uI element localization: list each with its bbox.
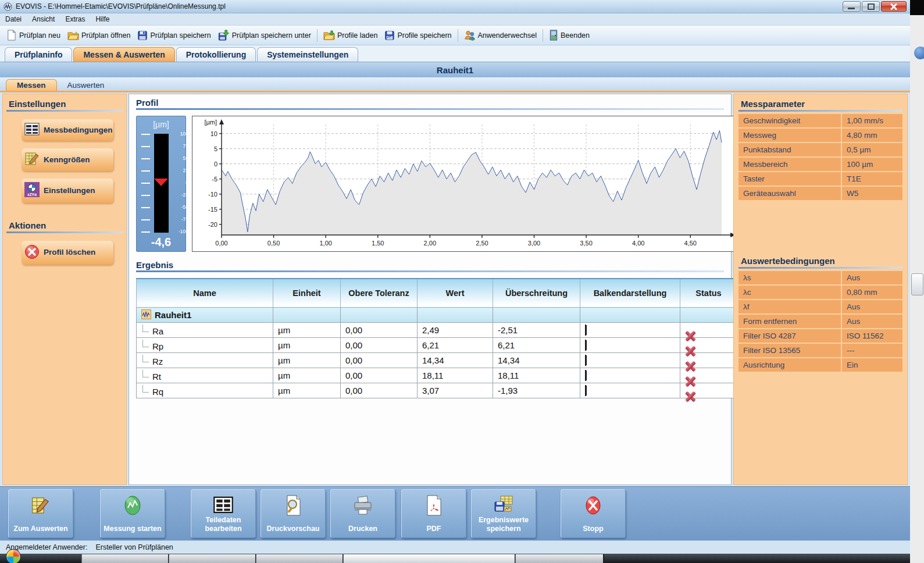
pruefplan-speichern-unter-button[interactable]: Prüfplan speichern unter: [215, 28, 315, 42]
tab-messen-auswerten[interactable]: Messen & Auswerten: [73, 47, 174, 62]
gauge-tick: [141, 183, 150, 184]
param-value: T1E: [842, 172, 902, 186]
svg-text:0: 0: [214, 161, 217, 168]
auswertebedingung-row: Ausrichtung Ein: [739, 358, 902, 372]
messung-starten-button[interactable]: Messung starten: [100, 489, 165, 538]
result-row-Ra[interactable]: Ra µm 0,00 2,49 -2,51: [137, 323, 737, 338]
pruefplan-speichern-button[interactable]: Prüfplan speichern: [134, 28, 214, 42]
taskbar-button[interactable]: [515, 554, 604, 563]
result-row-Rt[interactable]: Rt µm 0,00 18,11 18,11: [137, 368, 737, 383]
svg-text:-20: -20: [208, 221, 217, 228]
param-unit: µm: [273, 383, 341, 398]
profile-laden-button[interactable]: Profile laden: [320, 28, 381, 42]
window-title: EVOVIS - E:\Hommel-Etamic\EVOVIS\Prüfplä…: [16, 2, 841, 10]
profil-loeschen-button[interactable]: Profil löschen: [22, 241, 113, 265]
position-gauge: [µm] 1007550250-25-50-75-100 -4,6: [136, 116, 186, 252]
param-label: Messweg: [739, 129, 841, 142]
save-profile-icon: [384, 30, 395, 41]
result-row-Rp[interactable]: Rp µm 0,00 6,21 6,21: [137, 338, 737, 353]
param-ueberschreitung: -2,51: [493, 323, 580, 338]
menu-datei[interactable]: Datei: [0, 14, 27, 24]
vertical-scrollbar-thumb[interactable]: [911, 273, 923, 295]
print-preview-icon: [284, 493, 302, 518]
param-ueberschreitung: -1,93: [493, 383, 580, 398]
param-label: λs: [739, 271, 841, 284]
load-profile-icon: [323, 30, 335, 41]
gauge-tick-label: -50: [171, 204, 188, 210]
profil-title: Profil: [136, 98, 724, 108]
param-label: Punktabstand: [739, 143, 841, 156]
toolbar-separator: [458, 29, 458, 42]
param-label: λc: [739, 286, 841, 299]
minimize-button[interactable]: [843, 1, 861, 12]
menu-hilfe[interactable]: Hilfe: [90, 14, 115, 24]
anwenderwechsel-button[interactable]: Anwenderwechsel: [461, 28, 540, 42]
taskbar-button[interactable]: [169, 554, 256, 563]
zum-auswerten-button[interactable]: Zum Auswerten: [8, 489, 73, 538]
pruefplan-oeffnen-button[interactable]: Prüfplan öffnen: [64, 28, 134, 42]
pdf-button[interactable]: PDF: [401, 489, 466, 538]
open-folder-icon: [67, 30, 79, 41]
windows-taskbar: [0, 554, 910, 563]
param-label: Filter ISO 4287: [739, 329, 841, 343]
gauge-tick: [141, 146, 150, 147]
profile-speichern-button[interactable]: Profile speichern: [381, 28, 455, 42]
param-value: 4,80 mm: [842, 129, 902, 142]
col-balkendarstellung: Balkendarstellung: [580, 279, 680, 308]
taskbar-button-active[interactable]: [343, 554, 516, 563]
auswertebedingungen-table: λs Aus λc 0,80 mm λf Aus Form entfernen …: [739, 271, 902, 372]
table-header-row: Name Einheit Obere Toleranz Wert Übersch…: [137, 279, 737, 308]
section-rule: [739, 110, 902, 112]
delete-red-x-icon: [24, 244, 40, 261]
panel-rule: [136, 270, 724, 272]
content-area: Einstellungen Messbedingungen Kenngrößen…: [0, 92, 910, 486]
param-wert: 14,34: [418, 353, 493, 368]
menu-ansicht[interactable]: Ansicht: [27, 14, 60, 24]
pencil-grid-icon: [31, 493, 51, 518]
druckvorschau-button[interactable]: Druckvorschau: [261, 489, 326, 538]
result-row-Rq[interactable]: Rq µm 0,00 3,07 -1,93: [137, 383, 737, 398]
svg-text:1,00: 1,00: [319, 240, 331, 247]
svg-text:10: 10: [211, 130, 217, 137]
taskbar-button[interactable]: [256, 554, 344, 563]
result-row-Rz[interactable]: Rz µm 0,00 14,34 14,34: [137, 353, 737, 368]
menu-extras[interactable]: Extras: [60, 14, 90, 24]
axes-xyz-icon: xZYα: [24, 182, 40, 199]
close-button[interactable]: [881, 1, 907, 12]
pruefplan-neu-button[interactable]: Prüfplan neu: [2, 28, 64, 42]
pencil-grid-icon: [24, 152, 40, 168]
tab-systemeinstellungen[interactable]: Systemeinstellungen: [257, 47, 358, 62]
taskbar-button[interactable]: [81, 554, 169, 563]
ergebniswerte-speichern-button[interactable]: Ergebniswerte speichern: [471, 489, 536, 538]
gauge-unit-label: [µm]: [137, 116, 185, 129]
teiledaten-bearbeiten-button[interactable]: Teiledaten bearbeiten: [191, 489, 256, 538]
section-rule: [739, 267, 902, 269]
section-title-aktionen: Aktionen: [6, 218, 123, 231]
waveform-icon: [141, 309, 151, 321]
param-unit: µm: [273, 323, 341, 338]
drucken-button[interactable]: Drucken: [330, 489, 395, 538]
tab-protokollierung[interactable]: Protokollierung: [176, 47, 256, 62]
measurement-title: Rauheit1: [0, 62, 910, 77]
restore-button[interactable]: [862, 1, 880, 12]
group-row-rauheit1[interactable]: Rauheit1: [137, 308, 737, 323]
stopp-button[interactable]: Stopp: [561, 489, 626, 538]
param-name: Ra: [152, 326, 163, 336]
param-value: W5: [842, 187, 902, 200]
new-document-icon: [6, 30, 17, 41]
einstellungen-button[interactable]: xZYα Einstellungen: [22, 179, 113, 202]
title-bar: EVOVIS - E:\Hommel-Etamic\EVOVIS\Prüfplä…: [0, 0, 910, 13]
save-icon: [137, 30, 148, 41]
kenngroessen-button[interactable]: Kenngrößen: [22, 148, 113, 171]
subtab-auswerten[interactable]: Auswerten: [57, 80, 115, 91]
beenden-button[interactable]: Beenden: [545, 28, 593, 42]
col-einheit: Einheit: [273, 279, 341, 308]
start-orb[interactable]: [6, 549, 21, 563]
tab-pruefplaninfo[interactable]: Prüfplaninfo: [5, 47, 72, 62]
gauge-tick: [141, 158, 150, 159]
param-label: Taster: [739, 172, 841, 186]
messbedingungen-button[interactable]: Messbedingungen: [22, 119, 113, 141]
gauge-tick-label: -75: [171, 216, 188, 222]
subtab-messen[interactable]: Messen: [6, 79, 57, 91]
param-value: ---: [842, 344, 902, 357]
